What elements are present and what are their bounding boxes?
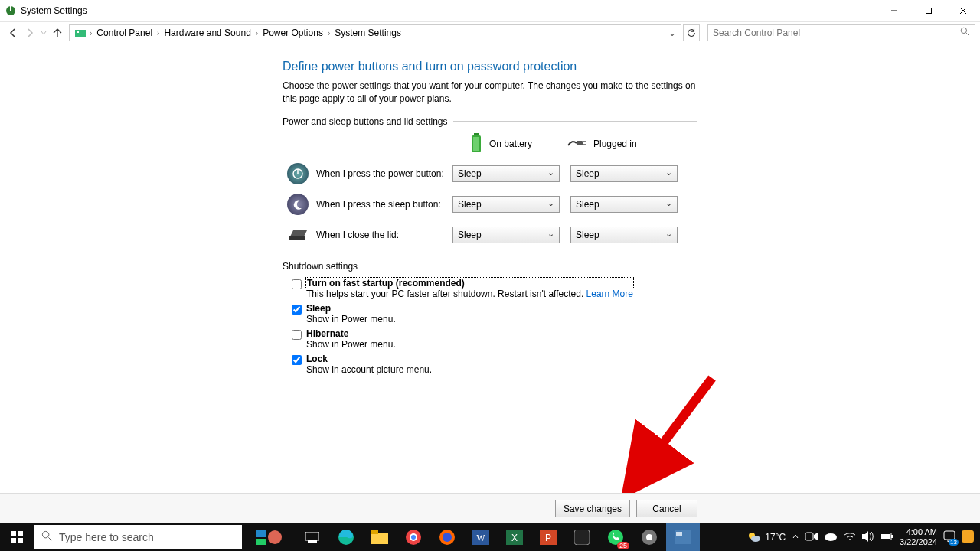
volume-icon[interactable] xyxy=(862,531,874,543)
task-view-button[interactable] xyxy=(296,523,329,551)
lock-checkbox[interactable] xyxy=(292,355,302,365)
svg-text:W: W xyxy=(476,533,485,543)
lock-label: Lock xyxy=(306,354,432,364)
powerpoint-icon[interactable]: P xyxy=(531,523,565,551)
breadcrumb-item[interactable]: Hardware and Sound xyxy=(159,25,255,41)
taskbar[interactable]: Type here to search W X P 25 17°C 4:00 A… xyxy=(0,523,980,551)
svg-point-8 xyxy=(961,28,966,33)
sleep-checkbox[interactable] xyxy=(292,305,302,315)
svg-point-57 xyxy=(825,533,837,541)
footer-bar: Save changes Cancel xyxy=(0,493,980,523)
lock-desc: Show in account picture menu. xyxy=(306,364,432,375)
svg-point-26 xyxy=(42,531,48,537)
sleep-item: Sleep Show in Power menu. xyxy=(283,303,697,324)
breadcrumb[interactable]: › Control Panel › Hardware and Sound › P… xyxy=(69,24,681,41)
minimize-button[interactable] xyxy=(877,0,911,21)
group-legend: Shutdown settings xyxy=(283,261,364,272)
learn-more-link[interactable]: Learn More xyxy=(586,289,633,299)
svg-rect-3 xyxy=(926,8,931,14)
cancel-button[interactable]: Cancel xyxy=(636,500,697,517)
fast-startup-desc: This helps start your PC faster after sh… xyxy=(306,289,633,299)
svg-rect-12 xyxy=(473,137,479,151)
recent-dropdown[interactable] xyxy=(38,24,49,41)
hibernate-desc: Show in Power menu. xyxy=(306,339,396,350)
titlebar: System Settings xyxy=(0,0,980,21)
svg-rect-52 xyxy=(676,532,682,536)
chrome-alt-icon[interactable] xyxy=(632,523,666,551)
fast-startup-checkbox[interactable] xyxy=(292,279,302,289)
whatsapp-icon[interactable]: 25 xyxy=(599,523,632,551)
wifi-icon[interactable] xyxy=(844,532,856,543)
sleep-desc: Show in Power menu. xyxy=(306,314,396,324)
meet-now-icon[interactable] xyxy=(805,531,818,543)
breadcrumb-dropdown[interactable]: ⌄ xyxy=(665,28,679,38)
close-lid-row: When I close the lid: Sleep Sleep xyxy=(283,224,697,246)
svg-point-38 xyxy=(411,535,416,540)
plugged-in-header: Plugged in xyxy=(567,133,682,155)
svg-rect-7 xyxy=(77,31,79,33)
firefox-icon[interactable] xyxy=(430,523,464,551)
search-box[interactable] xyxy=(707,24,975,41)
chrome-icon[interactable] xyxy=(397,523,430,551)
hibernate-checkbox[interactable] xyxy=(292,330,302,340)
start-button[interactable] xyxy=(0,523,34,551)
power-button-battery-select[interactable]: Sleep xyxy=(452,165,560,182)
sleep-button-plugged-select[interactable]: Sleep xyxy=(570,196,678,213)
hibernate-label: Hibernate xyxy=(306,328,396,339)
onedrive-icon[interactable] xyxy=(824,532,838,543)
file-explorer-icon[interactable] xyxy=(363,523,397,551)
breadcrumb-item[interactable]: Control Panel xyxy=(92,25,157,41)
up-button[interactable] xyxy=(49,24,66,41)
save-changes-button[interactable]: Save changes xyxy=(555,500,630,517)
sleep-button-battery-select[interactable]: Sleep xyxy=(452,196,560,213)
svg-rect-60 xyxy=(891,535,893,538)
svg-rect-34 xyxy=(371,533,388,544)
row-label: When I press the sleep button: xyxy=(316,199,452,210)
notification-icon[interactable]: 13 xyxy=(943,530,956,544)
svg-rect-10 xyxy=(474,133,479,135)
back-button[interactable] xyxy=(5,24,21,41)
power-button-row: When I press the power button: Sleep Sle… xyxy=(283,163,697,184)
tray-app-icon[interactable] xyxy=(962,530,974,544)
forward-button[interactable] xyxy=(21,24,38,41)
search-input[interactable] xyxy=(713,28,960,38)
refresh-button[interactable] xyxy=(683,24,700,41)
plug-icon xyxy=(567,138,587,151)
power-button-plugged-select[interactable]: Sleep xyxy=(570,165,678,182)
svg-rect-22 xyxy=(11,531,16,536)
svg-rect-32 xyxy=(308,540,317,543)
edge-icon[interactable] xyxy=(329,523,363,551)
tray-chevron-up-icon[interactable] xyxy=(792,533,799,542)
power-options-icon xyxy=(5,5,17,17)
breadcrumb-item[interactable]: System Settings xyxy=(330,25,406,41)
battery-tray-icon[interactable] xyxy=(880,533,893,542)
close-lid-plugged-select[interactable]: Sleep xyxy=(570,227,678,243)
word-icon[interactable]: W xyxy=(464,523,498,551)
clock[interactable]: 4:00 AM 3/22/2024 xyxy=(900,527,937,546)
power-button-icon xyxy=(287,163,309,184)
system-tray[interactable]: 17°C 4:00 AM 3/22/2024 13 xyxy=(747,527,980,546)
excel-icon[interactable]: X xyxy=(498,523,531,551)
control-panel-taskbar-icon[interactable] xyxy=(666,523,700,551)
search-icon[interactable] xyxy=(960,27,970,39)
svg-rect-55 xyxy=(805,533,813,540)
lock-item: Lock Show in account picture menu. xyxy=(283,354,697,375)
fast-startup-item: Turn on fast startup (recommended) This … xyxy=(283,278,697,299)
svg-text:X: X xyxy=(511,533,518,543)
close-lid-battery-select[interactable]: Sleep xyxy=(452,227,560,243)
svg-rect-29 xyxy=(256,539,266,545)
svg-line-9 xyxy=(966,33,969,35)
sleep-label: Sleep xyxy=(306,303,396,314)
taskbar-widgets-icon[interactable] xyxy=(242,523,296,551)
weather-widget[interactable]: 17°C xyxy=(747,530,786,544)
maximize-button[interactable] xyxy=(911,0,946,21)
fast-startup-label: Turn on fast startup (recommended) xyxy=(306,278,633,289)
taskbar-search[interactable]: Type here to search xyxy=(34,525,242,549)
shutdown-settings-group: Shutdown settings Turn on fast startup (… xyxy=(283,261,697,379)
svg-point-30 xyxy=(268,530,282,544)
app-icon[interactable] xyxy=(565,523,599,551)
svg-point-54 xyxy=(751,536,760,542)
breadcrumb-item[interactable]: Power Options xyxy=(258,25,328,41)
svg-marker-56 xyxy=(814,533,818,540)
close-button[interactable] xyxy=(946,0,980,21)
